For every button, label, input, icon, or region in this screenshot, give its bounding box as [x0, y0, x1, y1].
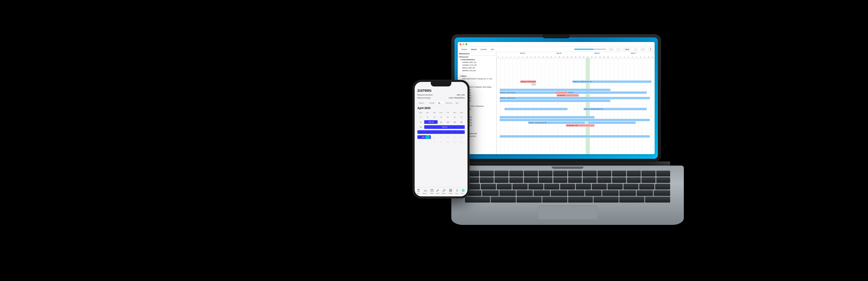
calendar-day[interactable]: 2 — [438, 136, 444, 138]
gantt-row[interactable] — [496, 138, 655, 140]
calendar-day[interactable]: 8 — [417, 121, 424, 123]
nav-next-button[interactable]: > — [634, 48, 638, 51]
tree-row[interactable] — [458, 72, 496, 75]
tree-row[interactable]: ▾ Ressourcen — [458, 56, 496, 58]
calendar-day[interactable]: 1 — [417, 116, 424, 118]
calendar-day[interactable]: 19 — [444, 126, 451, 128]
gantt-row[interactable]: TDP6 AO - 10.01.20 21 082 - 001 — [496, 108, 655, 110]
detail-tab[interactable]: Wartung — [444, 101, 454, 105]
calendar-day[interactable]: 13 — [451, 121, 458, 123]
bottom-nav-item[interactable]: Auftr… — [417, 189, 421, 194]
calendar-day[interactable]: 27 — [451, 131, 458, 133]
gantt-row[interactable]: TDP6 AO - 10.04.20 21 08 — [496, 97, 655, 100]
gantt-bar[interactable]: TDP6 AO - 10.01.20 21 082 - 001 — [584, 108, 647, 110]
gantt-bar[interactable] — [555, 91, 568, 94]
tree-row[interactable]: ABW004 | LKW_003 — [458, 69, 496, 72]
gantt-row[interactable]: 26 Tage effan — [496, 94, 655, 97]
gantt-row[interactable]: TDP6 AO - 10.06.20 21 08TDP6 AO - 10.08.… — [496, 80, 655, 83]
calendar-day[interactable]: 3 — [431, 116, 438, 118]
calendar-day[interactable]: 24 — [431, 131, 438, 133]
bottom-nav-item[interactable]: Bestän… — [423, 189, 428, 194]
calendar-day[interactable]: 6 — [417, 141, 424, 143]
calendar-day[interactable]: 29 — [417, 136, 424, 138]
gantt-bar[interactable]: TDP6 AO - 10.08.20 21 082 - 001 — [572, 81, 651, 83]
calendar-day[interactable]: 1 — [431, 136, 438, 138]
calendar-day[interactable]: 5 — [444, 116, 451, 118]
gantt-row[interactable] — [496, 75, 655, 78]
gantt-row[interactable]: 26 Tage effan - 961 — [496, 124, 655, 127]
view-tab-quartal[interactable]: Quartal — [479, 48, 488, 51]
gantt-timeline[interactable]: KW 24KW 25KW 26KW 27 3456789101112131415… — [496, 52, 655, 154]
gantt-row[interactable] — [496, 113, 655, 116]
gantt-bar[interactable] — [500, 119, 650, 121]
calendar-day[interactable]: 9 — [424, 121, 431, 123]
calendar-day[interactable]: 14 — [458, 121, 465, 123]
calendar-day[interactable]: 21 — [458, 126, 465, 128]
gantt-bar[interactable] — [500, 135, 650, 138]
calendar-day[interactable]: 2 — [424, 116, 431, 118]
gantt-bar[interactable]: TDP6 AO - 10.06.20 21 08 — [520, 81, 536, 83]
tree-row[interactable]: ABK001 | ABK_001 — [458, 66, 496, 69]
settings-icon[interactable]: ⚙ — [648, 48, 653, 51]
detail-tab[interactable]: Bild — [454, 101, 460, 105]
calendar-day[interactable]: 12 — [444, 121, 451, 123]
calendar-day[interactable]: 23 — [424, 131, 431, 133]
detail-tab[interactable]: Allgem… — [417, 101, 427, 105]
tree-row[interactable]: ▾ Bühne — [458, 75, 496, 78]
gantt-row[interactable] — [496, 105, 655, 108]
calendar-day[interactable]: 7 — [458, 116, 465, 118]
calendar-day[interactable]: 8 — [431, 141, 438, 143]
bottom-nav-item[interactable]: Resso… — [461, 189, 465, 194]
calendar-day[interactable]: 11 — [438, 121, 444, 123]
calendar-day[interactable]: 6 — [451, 116, 458, 118]
bottom-nav-item[interactable]: Stamm — [449, 189, 453, 194]
gantt-bar[interactable]: 26 Tage effan - 961 — [566, 124, 594, 127]
calendar-day[interactable]: 7 — [424, 141, 431, 143]
calendar-day[interactable]: 17 — [431, 126, 438, 128]
gantt-row[interactable] — [496, 127, 655, 130]
gantt-bar[interactable]: TDP6 AO - 10.04.20 21 08 — [500, 91, 555, 94]
gantt-bar[interactable] — [500, 116, 594, 118]
calendar-day[interactable]: 9 — [438, 141, 444, 143]
gantt-bar[interactable] — [500, 89, 611, 91]
gantt-row[interactable] — [496, 119, 655, 121]
minimize-icon[interactable] — [463, 43, 464, 45]
calendar-day[interactable]: 12 — [458, 141, 465, 143]
bottom-nav-item[interactable]: Tools — [455, 189, 459, 194]
gantt-row[interactable] — [496, 100, 655, 102]
gantt-bar[interactable] — [531, 83, 536, 86]
nav-prev-button[interactable]: < — [617, 48, 621, 51]
gantt-bar[interactable]: 26 Tage effan — [557, 94, 579, 96]
calendar-day[interactable]: 30 — [424, 136, 431, 138]
tree-row[interactable]: 24100002 | LKW_002 — [458, 64, 496, 66]
close-icon[interactable] — [460, 43, 461, 45]
gantt-bar[interactable]: TDP6 AO - 10.04.20 21 08 — [500, 97, 650, 99]
gantt-bar[interactable]: TDP5 AO — [567, 91, 647, 94]
calendar-day[interactable]: 4 — [438, 116, 444, 118]
gantt-row[interactable]: TDP6 AO - 10.04.20 21 08TDP5 AO — [496, 91, 655, 94]
nav-prev-fast-button[interactable]: << — [609, 48, 614, 51]
detail-tab[interactable]: Be… — [437, 101, 443, 105]
gantt-bar[interactable]: TDP6 AO - 10.06.20 21 08 - 001 — [528, 121, 585, 124]
tree-row[interactable]: ▾ LKW Arbeitsbühne — [458, 58, 496, 61]
nav-next-fast-button[interactable]: >> — [641, 48, 646, 51]
gantt-row[interactable]: TDP6 AO - 10.06.20 21 08 - 001 — [496, 121, 655, 124]
calendar-day[interactable]: 28 — [458, 131, 465, 133]
zoom-slider[interactable] — [574, 49, 606, 50]
gantt-row[interactable] — [496, 64, 655, 66]
calendar-day[interactable]: 25 — [438, 131, 444, 133]
view-tab-jahr[interactable]: Jahr — [489, 48, 496, 51]
gantt-row[interactable] — [496, 58, 655, 61]
gantt-row[interactable] — [496, 135, 655, 138]
calendar-day[interactable]: 10 — [431, 121, 438, 123]
gantt-row[interactable] — [496, 102, 655, 105]
calendar-day[interactable]: 20 — [451, 126, 458, 128]
calendar-day[interactable]: 10 — [444, 141, 451, 143]
maximize-icon[interactable] — [465, 43, 467, 45]
calendar-day[interactable]: 5 — [458, 136, 465, 138]
gantt-row[interactable] — [496, 116, 655, 119]
view-tab-monat[interactable]: Monat — [469, 48, 478, 51]
gantt-row[interactable] — [496, 132, 655, 135]
gantt-row[interactable] — [496, 61, 655, 64]
gantt-row[interactable] — [496, 69, 655, 72]
